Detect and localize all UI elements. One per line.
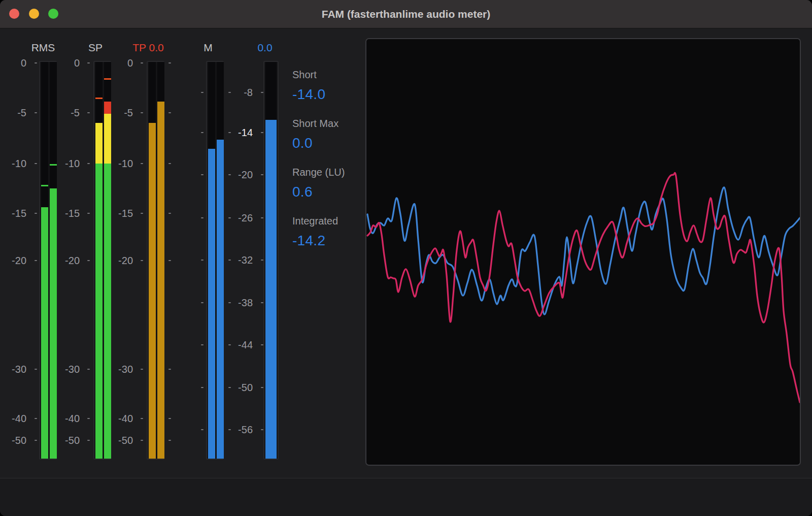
stat-label: Range (LU) [292,166,345,179]
scale-label: -50 [0,434,26,447]
scale-tick [35,112,37,113]
scale-tick [87,62,90,63]
transport-bar: 0:07 1:10 ♪ Deaf Ears Amos Wenger *andfa… [0,478,812,516]
scale-tick [201,260,204,261]
scale-tick [87,112,90,113]
scale-label: -32 [220,253,253,267]
scale-label: 0 [0,56,26,70]
scale-tick [35,369,37,370]
scale-tick [201,387,204,388]
scale-label: -30 [100,363,133,376]
m-level-fill [208,149,215,459]
scale-tick [35,260,37,261]
scale-label: -50 [220,381,253,394]
scale-tick [201,429,204,430]
stat-label: Short [292,68,317,81]
scale-label: -38 [220,296,253,309]
short-level-fill [265,120,277,459]
stat-value: -14.0 [292,85,325,104]
scale-tick [168,440,171,441]
scale-tick [35,163,37,164]
scale-label: -10 [47,157,80,170]
stat-label: Short Max [292,117,339,130]
scale-label: -20 [100,254,133,267]
sp-peak-indicator [104,78,111,80]
scale-tick [87,440,90,441]
scale-tick [201,302,204,303]
scale-tick [141,369,143,370]
scale-label: -20 [220,168,253,181]
scale-tick [168,260,171,261]
scale-label: -30 [0,363,26,376]
scale-label: -15 [47,207,80,220]
scale-tick [87,260,90,261]
scale-label: -15 [0,207,26,220]
scale-tick [201,174,204,175]
title-bar: FAM (fasterthanlime audio meter) [0,0,812,28]
scale-label: 0 [47,56,80,70]
scale-label: -5 [47,106,80,119]
scale-label: -5 [100,106,133,119]
scale-tick [87,418,90,419]
scale-tick [87,163,90,164]
scale-label: -26 [220,211,253,224]
scale-tick [168,213,171,214]
scale-tick [141,213,143,214]
scale-label: -50 [100,434,133,447]
sp-peak-indicator [95,98,103,99]
stat-value: -14.2 [292,232,325,250]
scale-tick [168,418,171,419]
scale-label: -14 [220,126,253,139]
stat-value: 0.6 [292,183,313,201]
scale-tick [141,163,143,164]
sp-level-fill [104,114,111,164]
scale-tick [201,92,204,93]
stat-label: Integrated [292,214,338,228]
scale-tick [201,217,204,218]
loudness-history-chart [365,38,801,466]
scale-label: 0 [100,56,133,70]
scale-label: -40 [0,412,26,425]
app-window: FAM (fasterthanlime audio meter) RMS0-5-… [0,0,812,516]
scale-tick [35,418,37,419]
scale-label: -15 [100,207,133,220]
scale-label: -30 [47,363,80,376]
scale-tick [87,369,90,370]
scale-label: -40 [100,412,133,425]
scale-tick [201,132,204,133]
scale-tick [201,344,204,345]
scale-tick [141,440,143,441]
scale-label: -10 [100,157,133,170]
stat-value: 0.0 [292,134,313,152]
scale-label: -5 [0,106,26,119]
scale-label: -50 [47,434,80,447]
waveform-svg [366,39,800,465]
scale-tick [168,62,171,63]
scale-tick [141,260,143,261]
scale-tick [168,369,171,370]
scale-label: -20 [0,254,26,267]
scale-tick [35,440,37,441]
scale-tick [141,418,143,419]
scale-tick [87,213,90,214]
waveform-channel-pink [367,173,800,402]
scale-tick [35,62,37,63]
scale-label: -20 [47,254,80,267]
rms-peak-indicator [41,185,48,186]
tp-level-fill [149,123,156,459]
scale-tick [168,112,171,113]
scale-tick [141,112,143,113]
scale-tick [168,163,171,164]
scale-tick [141,62,143,63]
tp-level-fill [157,102,164,459]
scale-label: -56 [220,423,253,436]
scale-label: -44 [220,338,253,351]
scale-tick [35,213,37,214]
scale-label: -40 [47,412,80,425]
scale-label: -8 [220,86,253,99]
short-meter-title: 0.0 [229,42,300,54]
scale-label: -10 [0,157,26,170]
window-title: FAM (fasterthanlime audio meter) [0,0,812,28]
